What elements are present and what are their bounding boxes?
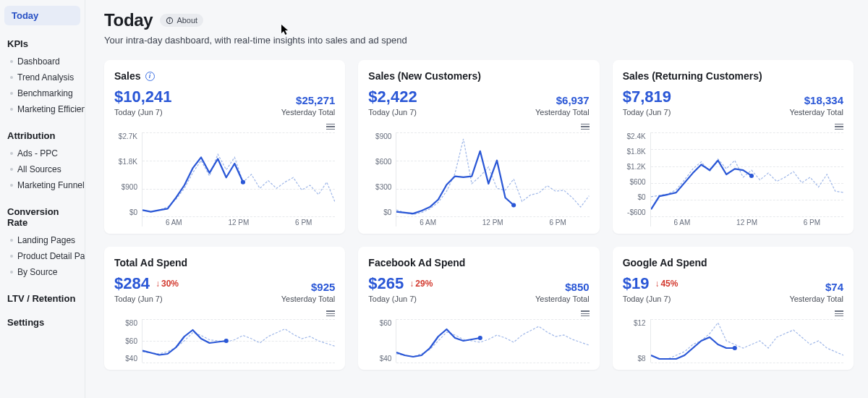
svg-point-3 — [241, 180, 245, 185]
sidebar-active-today[interactable]: Today — [4, 6, 80, 25]
sidebar-head[interactable]: Settings — [7, 317, 77, 328]
y-tick: $2.7K — [114, 132, 137, 140]
sidebar-item[interactable]: Benchmarking — [4, 85, 80, 101]
y-tick: $0 — [623, 193, 646, 201]
sidebar-item[interactable]: All Sources — [4, 161, 80, 177]
hamburger-icon[interactable] — [326, 310, 335, 316]
hamburger-icon[interactable] — [326, 124, 335, 130]
svg-point-8 — [732, 346, 736, 350]
y-tick: $0 — [114, 208, 137, 216]
info-icon — [166, 17, 174, 25]
x-tick: 6 PM — [549, 219, 566, 226]
y-tick: $80 — [114, 319, 137, 327]
y-tick: $1.8K — [114, 158, 137, 166]
sidebar-item[interactable]: Marketing Funnel — [4, 177, 80, 193]
about-label: About — [176, 16, 197, 25]
sidebar-item[interactable]: By Source — [4, 264, 80, 280]
kpi-card: Salesi $10,241 Today (Jun 7) $25,271 Yes… — [104, 60, 345, 234]
y-tick: $60 — [368, 319, 391, 327]
kpi-today-value: $2,422 — [368, 88, 417, 106]
sidebar-item[interactable]: Dashboard — [4, 54, 80, 69]
kpi-today-label: Today (Jun 7) — [114, 295, 179, 303]
y-tick: $900 — [368, 132, 391, 140]
kpi-today-value: $7,819 — [623, 88, 671, 106]
chart: $900$600$300$0 6 AM12 PM6 PM — [368, 132, 589, 226]
svg-point-7 — [478, 336, 482, 340]
sidebar-item[interactable]: Marketing Efficiency — [4, 101, 80, 117]
sidebar-head: Attribution — [7, 130, 77, 141]
sidebar-item[interactable]: Trend Analysis — [4, 69, 80, 85]
y-tick: $900 — [114, 183, 137, 191]
card-title: Salesi — [114, 70, 335, 82]
card-title: Facebook Ad Spend — [368, 257, 589, 268]
plot-area — [396, 319, 589, 363]
chart: $2.7K$1.8K$900$0 6 AM12 PM6 PM — [114, 132, 335, 226]
kpi-today-value: $10,241 — [114, 88, 172, 106]
kpi-card: Google Ad Spend $1945% Today (Jun 7) $74… — [613, 247, 854, 370]
x-tick: 12 PM — [228, 219, 249, 226]
sidebar-item[interactable]: Ads - PPC — [4, 145, 80, 161]
sidebar-head[interactable]: LTV / Retention — [7, 293, 77, 304]
x-tick: 6 AM — [674, 219, 691, 226]
sidebar: Today KPIsDashboardTrend AnalysisBenchma… — [0, 0, 85, 398]
x-tick: 6 PM — [295, 219, 312, 226]
kpi-today-label: Today (Jun 7) — [368, 108, 417, 117]
delta-badge: 45% — [655, 279, 678, 289]
x-tick: 6 AM — [166, 219, 182, 226]
y-axis: $12$8 — [623, 319, 650, 363]
kpi-card: Facebook Ad Spend $26529% Today (Jun 7) … — [358, 247, 599, 370]
svg-point-4 — [511, 203, 516, 208]
kpi-yesterday-value: $850 — [535, 281, 590, 293]
hamburger-icon[interactable] — [835, 124, 843, 130]
y-tick: $40 — [368, 355, 391, 363]
y-tick: $300 — [368, 183, 391, 191]
chart: $60$40 — [368, 319, 589, 363]
kpi-grid: Salesi $10,241 Today (Jun 7) $25,271 Yes… — [104, 60, 854, 370]
y-tick: $60 — [114, 337, 137, 345]
kpi-yesterday-label: Yesterday Total — [281, 295, 336, 303]
y-axis: $2.4K$1.8K$1.2K$600$0-$600 — [623, 132, 650, 226]
y-tick: $2.4K — [623, 132, 646, 140]
kpi-today-value: $28430% — [114, 274, 179, 293]
about-button[interactable]: About — [160, 14, 203, 27]
kpi-yesterday-value: $25,271 — [281, 94, 336, 106]
kpi-yesterday-label: Yesterday Total — [535, 108, 590, 117]
page-subtitle: Your intra-day dashboard, with real-time… — [104, 35, 854, 46]
kpi-today-label: Today (Jun 7) — [623, 108, 671, 117]
y-axis: $60$40 — [368, 319, 396, 363]
y-tick: $40 — [114, 355, 137, 363]
hamburger-icon[interactable] — [581, 310, 590, 316]
kpi-card: Sales (New Customers) $2,422 Today (Jun … — [358, 60, 599, 234]
hamburger-icon[interactable] — [581, 124, 590, 130]
plot-area — [142, 319, 335, 363]
chart: $12$8 — [623, 319, 843, 363]
x-axis: 6 AM12 PM6 PM — [651, 219, 843, 226]
info-icon[interactable]: i — [145, 72, 155, 81]
hamburger-icon[interactable] — [835, 310, 843, 316]
y-tick: $8 — [623, 355, 646, 363]
sidebar-item[interactable]: Product Detail Pages — [4, 248, 80, 264]
kpi-today-label: Today (Jun 7) — [368, 295, 433, 303]
x-tick: 12 PM — [482, 219, 503, 226]
plot-area — [650, 319, 843, 363]
x-axis: 6 AM12 PM6 PM — [396, 219, 589, 226]
kpi-yesterday-value: $18,334 — [789, 94, 843, 106]
plot-area: 6 AM12 PM6 PM — [142, 132, 335, 226]
kpi-card: Total Ad Spend $28430% Today (Jun 7) $92… — [104, 247, 345, 370]
delta-badge: 30% — [156, 279, 179, 289]
kpi-today-label: Today (Jun 7) — [114, 108, 172, 117]
plot-area: 6 AM12 PM6 PM — [650, 132, 843, 226]
kpi-yesterday-label: Yesterday Total — [535, 295, 590, 303]
kpi-yesterday-label: Yesterday Total — [281, 108, 336, 117]
y-tick: $12 — [623, 319, 646, 327]
x-tick: 12 PM — [736, 219, 757, 226]
x-tick: 6 AM — [420, 219, 436, 226]
x-tick: 6 PM — [804, 219, 820, 226]
y-axis: $2.7K$1.8K$900$0 — [114, 132, 142, 226]
plot-area: 6 AM12 PM6 PM — [396, 132, 589, 226]
y-axis: $900$600$300$0 — [368, 132, 396, 226]
y-axis: $80$60$40 — [114, 319, 142, 363]
svg-point-5 — [749, 174, 754, 178]
sidebar-item[interactable]: Landing Pages — [4, 232, 80, 248]
y-tick: $600 — [368, 158, 391, 166]
